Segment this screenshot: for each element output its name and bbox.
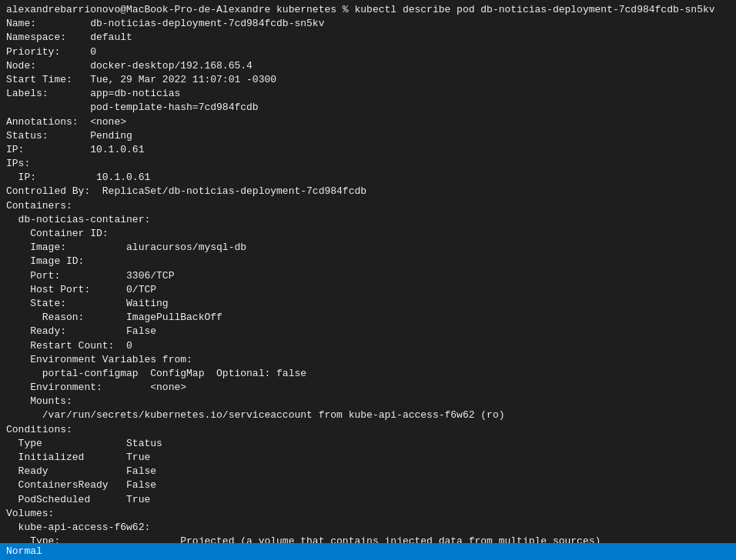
terminal-line: State: Waiting xyxy=(6,297,730,311)
terminal-line: Host Port: 0/TCP xyxy=(6,283,730,297)
terminal-line: Priority: 0 xyxy=(6,45,730,59)
terminal-line: Controlled By: ReplicaSet/db-noticias-de… xyxy=(6,185,730,198)
terminal-window: alexandrebarrionovo@MacBook-Pro-de-Alexa… xyxy=(0,0,736,560)
terminal-line: db-noticias-container: xyxy=(6,213,730,227)
terminal-line: /var/run/secrets/kubernetes.io/serviceac… xyxy=(6,408,730,422)
terminal-line: Ready False xyxy=(6,465,730,478)
terminal-line: Image: aluracursos/mysql-db xyxy=(6,241,730,255)
terminal-line: Conditions: xyxy=(6,423,730,437)
terminal-line: kube-api-access-f6w62: xyxy=(6,521,730,535)
terminal-line: Namespace: default xyxy=(6,31,730,45)
terminal-line: Labels: app=db-noticias xyxy=(6,87,730,101)
terminal-line: PodScheduled True xyxy=(6,493,730,507)
terminal-line: IP: 10.1.0.61 xyxy=(6,143,730,157)
terminal-line: Containers: xyxy=(6,199,730,213)
terminal-line: IPs: xyxy=(6,157,730,171)
prompt-line: alexandrebarrionovo@MacBook-Pro-de-Alexa… xyxy=(6,3,730,17)
output-block: Name: db-noticias-deployment-7cd984fcdb-… xyxy=(6,17,730,560)
terminal-line: portal-configmap ConfigMap Optional: fal… xyxy=(6,367,730,381)
terminal-line: Volumes: xyxy=(6,507,730,521)
status-bar: Normal xyxy=(0,543,736,560)
terminal-line: Mounts: xyxy=(6,395,730,408)
terminal-line: Image ID: xyxy=(6,255,730,268)
terminal-line: Reason: ImagePullBackOff xyxy=(6,311,730,325)
mode-indicator: Normal xyxy=(6,545,42,557)
terminal-line: Type Status xyxy=(6,437,730,451)
terminal-line: Initialized True xyxy=(6,451,730,465)
terminal-line: IP: 10.1.0.61 xyxy=(6,171,730,185)
terminal-line: pod-template-hash=7cd984fcdb xyxy=(6,101,730,115)
terminal-line: Name: db-noticias-deployment-7cd984fcdb-… xyxy=(6,17,730,31)
terminal-line: Port: 3306/TCP xyxy=(6,269,730,283)
terminal-line: Restart Count: 0 xyxy=(6,339,730,353)
terminal-line: Environment: <none> xyxy=(6,381,730,395)
terminal-line: Environment Variables from: xyxy=(6,353,730,367)
terminal-line: Annotations: <none> xyxy=(6,115,730,129)
terminal-line: ContainersReady False xyxy=(6,478,730,492)
terminal-line: Container ID: xyxy=(6,227,730,241)
terminal-line: Status: Pending xyxy=(6,129,730,143)
terminal-line: Ready: False xyxy=(6,325,730,338)
terminal-line: Start Time: Tue, 29 Mar 2022 11:07:01 -0… xyxy=(6,73,730,87)
terminal-line: Node: docker-desktop/192.168.65.4 xyxy=(6,59,730,73)
